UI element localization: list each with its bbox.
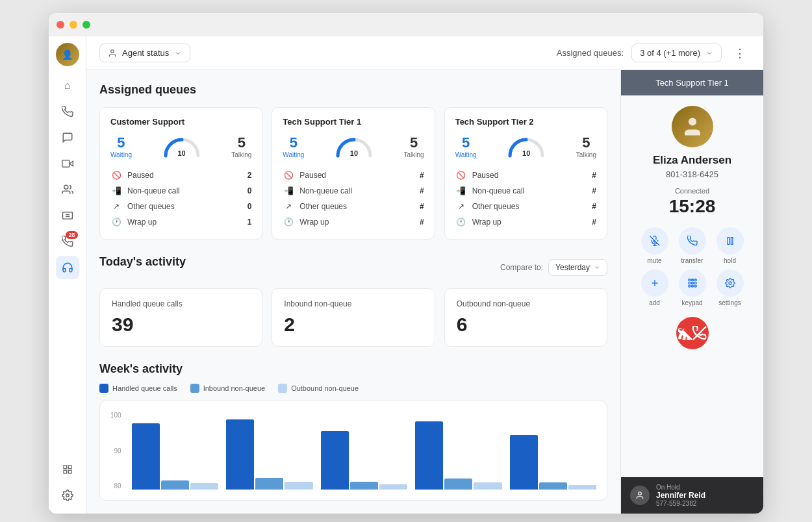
sidebar-item-contacts[interactable] (56, 178, 79, 201)
hold-icon (717, 227, 744, 255)
legend-label-0: Handled queue calls (112, 384, 177, 392)
right-panel: Tech Support Tier 1 Eliza Andersen 801-3… (620, 70, 763, 514)
queue-card-title-1: Tech Support Tier 1 (283, 117, 424, 127)
sidebar-item-home[interactable]: ⌂ (56, 74, 79, 97)
chart-y-axis: 100 90 80 (110, 412, 121, 490)
add-button[interactable]: add (641, 269, 668, 306)
detail-item: 🕐 Wrap up # (283, 214, 424, 230)
caller-info: Eliza Andersen 801-318-6425 Connected 15… (621, 154, 763, 227)
waiting-num-0: 5 (110, 134, 132, 151)
transfer-icon (679, 227, 706, 255)
call-settings-button[interactable]: settings (717, 269, 744, 306)
waiting-stat-2: 5 Waiting (455, 134, 477, 158)
on-hold-avatar (630, 486, 650, 505)
sidebar-item-supervisor[interactable] (56, 256, 79, 279)
queue-cards: Customer Support 5 Waiting (99, 107, 607, 240)
queues-count: 3 of 4 (+1 more) (640, 48, 700, 58)
gauge-num-2: 10 (522, 149, 530, 157)
avatar[interactable]: 👤 (56, 43, 79, 66)
svg-rect-26 (689, 285, 691, 287)
svg-rect-27 (691, 285, 693, 287)
on-hold-phone: 577-559-2382 (656, 500, 705, 507)
weeks-activity-title: Week's activity (99, 362, 607, 376)
other-q-icon: ↗ (110, 201, 122, 212)
talking-label-0: Talking (231, 151, 251, 158)
svg-point-31 (639, 492, 642, 495)
hold-button[interactable]: hold (717, 227, 744, 264)
queue-details-1: 🚫 Paused # 📲 Non-queue call # (283, 168, 424, 230)
activity-card-2: Outbound non-queue 6 (444, 288, 607, 347)
svg-rect-8 (64, 470, 67, 473)
call-queue-header: Tech Support Tier 1 (621, 70, 763, 95)
paused-icon-2: 🚫 (455, 169, 467, 181)
svg-rect-20 (689, 279, 691, 281)
user-icon (108, 49, 117, 58)
sidebar-item-chat[interactable] (56, 126, 79, 149)
bar-handled-4 (510, 435, 538, 490)
detail-item: 🚫 Paused # (455, 168, 596, 183)
detail-name: Wrap up (127, 218, 242, 227)
bar-outbound-1 (285, 482, 312, 490)
maximize-button[interactable] (82, 21, 90, 29)
chart-area: 100 90 80 (110, 412, 596, 490)
bar-group-0 (132, 423, 218, 490)
queue-gauge-1: 10 (309, 135, 398, 158)
detail-name: Other queues (127, 202, 242, 211)
sidebar-item-grid[interactable] (56, 458, 79, 481)
minimize-button[interactable] (70, 21, 77, 29)
queues-dropdown[interactable]: 3 of 4 (+1 more) (631, 44, 722, 62)
queue-gauge-0: 10 (137, 135, 226, 158)
compare-chevron-icon (594, 264, 600, 271)
sidebar-item-idcard[interactable] (56, 204, 79, 227)
sidebar-item-phone[interactable] (56, 100, 79, 123)
call-controls-row2: add keypad settings (621, 269, 763, 306)
activity-label-1: Inbound non-queue (284, 299, 422, 308)
queue-card-tech-tier2: Tech Support Tier 2 5 Waiting (444, 107, 607, 240)
detail-value: # (420, 218, 424, 227)
add-label: add (649, 299, 660, 306)
chevron-down-icon (174, 49, 182, 57)
compare-label: Compare to: (500, 263, 543, 272)
mute-label: mute (647, 257, 661, 264)
bar-group-2 (321, 431, 407, 490)
waiting-label-0: Waiting (110, 151, 132, 158)
transfer-button[interactable]: transfer (679, 227, 706, 264)
svg-rect-25 (694, 282, 696, 284)
sidebar: 👤 ⌂ 28 (49, 36, 86, 514)
end-call-button[interactable] (676, 317, 709, 349)
app-layout: 👤 ⌂ 28 (49, 36, 763, 514)
gauge-num-1: 10 (350, 149, 358, 157)
caller-name: Eliza Andersen (629, 154, 755, 167)
waiting-num-1: 5 (283, 134, 304, 151)
main-content: Assigned queues Customer Support 5 Waiti… (86, 70, 763, 514)
detail-name: Paused (127, 171, 242, 180)
legend-dot-1 (190, 384, 199, 393)
waiting-label-1: Waiting (283, 151, 304, 158)
compare-value: Yesterday (555, 263, 590, 272)
title-bar (49, 13, 763, 36)
sidebar-item-video[interactable] (56, 152, 79, 175)
bar-handled-0 (132, 423, 160, 490)
svg-point-29 (729, 282, 731, 284)
keypad-label: keypad (681, 299, 702, 306)
svg-point-2 (64, 185, 68, 189)
mute-icon (641, 227, 668, 255)
mute-button[interactable]: mute (641, 227, 668, 264)
detail-value: # (592, 186, 596, 195)
activity-value-2: 6 (457, 314, 595, 336)
caller-avatar-icon (681, 115, 704, 138)
close-button[interactable] (57, 21, 64, 29)
queue-card-title-2: Tech Support Tier 2 (455, 117, 596, 127)
svg-rect-17 (731, 238, 733, 245)
sidebar-item-settings[interactable] (56, 484, 79, 507)
agent-status-dropdown[interactable]: Agent status (99, 44, 190, 62)
detail-name: Paused (299, 171, 414, 180)
more-options-button[interactable]: ⋮ (730, 43, 750, 64)
compare-dropdown[interactable]: Yesterday (548, 259, 607, 276)
queue-card-customer-support: Customer Support 5 Waiting (99, 107, 262, 240)
svg-point-12 (689, 118, 696, 126)
detail-name: Wrap up (472, 218, 587, 227)
sidebar-item-calls[interactable]: 28 (56, 230, 79, 253)
keypad-button[interactable]: keypad (679, 269, 706, 306)
detail-value: # (420, 186, 424, 195)
